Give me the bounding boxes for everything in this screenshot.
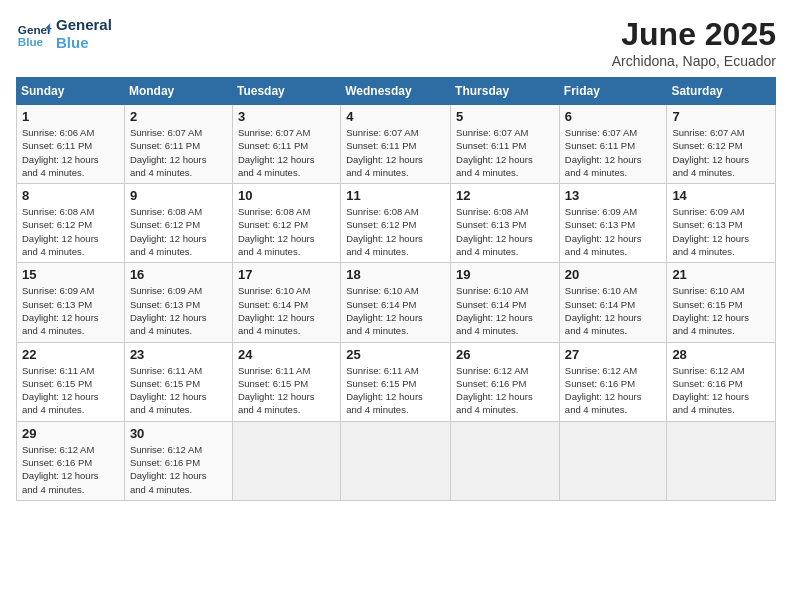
calendar-cell: 22Sunrise: 6:11 AMSunset: 6:15 PMDayligh…: [17, 342, 125, 421]
calendar-cell: [341, 421, 451, 500]
calendar-week-4: 22Sunrise: 6:11 AMSunset: 6:15 PMDayligh…: [17, 342, 776, 421]
day-number: 20: [565, 267, 662, 282]
day-number: 30: [130, 426, 227, 441]
calendar-cell: 27Sunrise: 6:12 AMSunset: 6:16 PMDayligh…: [559, 342, 667, 421]
calendar-cell: 29Sunrise: 6:12 AMSunset: 6:16 PMDayligh…: [17, 421, 125, 500]
day-info: Sunrise: 6:07 AMSunset: 6:11 PMDaylight:…: [565, 126, 662, 179]
day-info: Sunrise: 6:06 AMSunset: 6:11 PMDaylight:…: [22, 126, 119, 179]
calendar-header-wednesday: Wednesday: [341, 78, 451, 105]
day-number: 23: [130, 347, 227, 362]
day-number: 6: [565, 109, 662, 124]
day-info: Sunrise: 6:07 AMSunset: 6:12 PMDaylight:…: [672, 126, 770, 179]
day-number: 14: [672, 188, 770, 203]
day-info: Sunrise: 6:10 AMSunset: 6:14 PMDaylight:…: [456, 284, 554, 337]
day-number: 26: [456, 347, 554, 362]
calendar-cell: 12Sunrise: 6:08 AMSunset: 6:13 PMDayligh…: [451, 184, 560, 263]
day-info: Sunrise: 6:12 AMSunset: 6:16 PMDaylight:…: [22, 443, 119, 496]
calendar-cell: [667, 421, 776, 500]
calendar-cell: 23Sunrise: 6:11 AMSunset: 6:15 PMDayligh…: [124, 342, 232, 421]
day-number: 24: [238, 347, 335, 362]
logo-blue: Blue: [56, 34, 112, 52]
day-info: Sunrise: 6:07 AMSunset: 6:11 PMDaylight:…: [130, 126, 227, 179]
calendar-header-sunday: Sunday: [17, 78, 125, 105]
calendar-cell: 20Sunrise: 6:10 AMSunset: 6:14 PMDayligh…: [559, 263, 667, 342]
svg-text:Blue: Blue: [18, 35, 44, 48]
day-info: Sunrise: 6:09 AMSunset: 6:13 PMDaylight:…: [130, 284, 227, 337]
calendar-cell: 18Sunrise: 6:10 AMSunset: 6:14 PMDayligh…: [341, 263, 451, 342]
calendar-cell: 28Sunrise: 6:12 AMSunset: 6:16 PMDayligh…: [667, 342, 776, 421]
day-number: 29: [22, 426, 119, 441]
calendar: SundayMondayTuesdayWednesdayThursdayFrid…: [16, 77, 776, 501]
day-number: 8: [22, 188, 119, 203]
calendar-week-2: 8Sunrise: 6:08 AMSunset: 6:12 PMDaylight…: [17, 184, 776, 263]
calendar-cell: 8Sunrise: 6:08 AMSunset: 6:12 PMDaylight…: [17, 184, 125, 263]
calendar-cell: 3Sunrise: 6:07 AMSunset: 6:11 PMDaylight…: [232, 105, 340, 184]
calendar-cell: 21Sunrise: 6:10 AMSunset: 6:15 PMDayligh…: [667, 263, 776, 342]
day-info: Sunrise: 6:08 AMSunset: 6:12 PMDaylight:…: [22, 205, 119, 258]
calendar-header-tuesday: Tuesday: [232, 78, 340, 105]
day-number: 25: [346, 347, 445, 362]
logo-icon: General Blue: [16, 16, 52, 52]
day-number: 28: [672, 347, 770, 362]
calendar-cell: 6Sunrise: 6:07 AMSunset: 6:11 PMDaylight…: [559, 105, 667, 184]
day-info: Sunrise: 6:10 AMSunset: 6:15 PMDaylight:…: [672, 284, 770, 337]
calendar-cell: 24Sunrise: 6:11 AMSunset: 6:15 PMDayligh…: [232, 342, 340, 421]
month-title: June 2025: [612, 16, 776, 53]
calendar-header-row: SundayMondayTuesdayWednesdayThursdayFrid…: [17, 78, 776, 105]
day-info: Sunrise: 6:07 AMSunset: 6:11 PMDaylight:…: [238, 126, 335, 179]
day-number: 5: [456, 109, 554, 124]
calendar-week-1: 1Sunrise: 6:06 AMSunset: 6:11 PMDaylight…: [17, 105, 776, 184]
day-info: Sunrise: 6:09 AMSunset: 6:13 PMDaylight:…: [22, 284, 119, 337]
day-number: 15: [22, 267, 119, 282]
calendar-header-friday: Friday: [559, 78, 667, 105]
location: Archidona, Napo, Ecuador: [612, 53, 776, 69]
calendar-cell: 15Sunrise: 6:09 AMSunset: 6:13 PMDayligh…: [17, 263, 125, 342]
calendar-cell: [232, 421, 340, 500]
day-info: Sunrise: 6:09 AMSunset: 6:13 PMDaylight:…: [565, 205, 662, 258]
calendar-cell: 19Sunrise: 6:10 AMSunset: 6:14 PMDayligh…: [451, 263, 560, 342]
calendar-cell: [451, 421, 560, 500]
day-number: 16: [130, 267, 227, 282]
calendar-cell: 30Sunrise: 6:12 AMSunset: 6:16 PMDayligh…: [124, 421, 232, 500]
calendar-cell: 13Sunrise: 6:09 AMSunset: 6:13 PMDayligh…: [559, 184, 667, 263]
header: General Blue General Blue June 2025 Arch…: [16, 16, 776, 69]
day-info: Sunrise: 6:07 AMSunset: 6:11 PMDaylight:…: [346, 126, 445, 179]
calendar-cell: [559, 421, 667, 500]
calendar-cell: 5Sunrise: 6:07 AMSunset: 6:11 PMDaylight…: [451, 105, 560, 184]
day-number: 4: [346, 109, 445, 124]
day-info: Sunrise: 6:10 AMSunset: 6:14 PMDaylight:…: [565, 284, 662, 337]
calendar-cell: 2Sunrise: 6:07 AMSunset: 6:11 PMDaylight…: [124, 105, 232, 184]
day-number: 3: [238, 109, 335, 124]
calendar-cell: 14Sunrise: 6:09 AMSunset: 6:13 PMDayligh…: [667, 184, 776, 263]
calendar-body: 1Sunrise: 6:06 AMSunset: 6:11 PMDaylight…: [17, 105, 776, 501]
day-number: 9: [130, 188, 227, 203]
logo-general: General: [56, 16, 112, 34]
day-info: Sunrise: 6:12 AMSunset: 6:16 PMDaylight:…: [456, 364, 554, 417]
day-info: Sunrise: 6:11 AMSunset: 6:15 PMDaylight:…: [238, 364, 335, 417]
day-info: Sunrise: 6:11 AMSunset: 6:15 PMDaylight:…: [22, 364, 119, 417]
calendar-cell: 16Sunrise: 6:09 AMSunset: 6:13 PMDayligh…: [124, 263, 232, 342]
calendar-header-saturday: Saturday: [667, 78, 776, 105]
day-info: Sunrise: 6:09 AMSunset: 6:13 PMDaylight:…: [672, 205, 770, 258]
day-number: 13: [565, 188, 662, 203]
day-number: 19: [456, 267, 554, 282]
calendar-cell: 25Sunrise: 6:11 AMSunset: 6:15 PMDayligh…: [341, 342, 451, 421]
calendar-cell: 1Sunrise: 6:06 AMSunset: 6:11 PMDaylight…: [17, 105, 125, 184]
day-info: Sunrise: 6:11 AMSunset: 6:15 PMDaylight:…: [346, 364, 445, 417]
day-info: Sunrise: 6:08 AMSunset: 6:12 PMDaylight:…: [130, 205, 227, 258]
calendar-cell: 4Sunrise: 6:07 AMSunset: 6:11 PMDaylight…: [341, 105, 451, 184]
day-info: Sunrise: 6:10 AMSunset: 6:14 PMDaylight:…: [346, 284, 445, 337]
calendar-cell: 17Sunrise: 6:10 AMSunset: 6:14 PMDayligh…: [232, 263, 340, 342]
day-info: Sunrise: 6:08 AMSunset: 6:12 PMDaylight:…: [346, 205, 445, 258]
day-info: Sunrise: 6:07 AMSunset: 6:11 PMDaylight:…: [456, 126, 554, 179]
calendar-cell: 26Sunrise: 6:12 AMSunset: 6:16 PMDayligh…: [451, 342, 560, 421]
logo: General Blue General Blue: [16, 16, 112, 52]
day-number: 21: [672, 267, 770, 282]
day-info: Sunrise: 6:08 AMSunset: 6:13 PMDaylight:…: [456, 205, 554, 258]
calendar-cell: 10Sunrise: 6:08 AMSunset: 6:12 PMDayligh…: [232, 184, 340, 263]
day-number: 27: [565, 347, 662, 362]
day-number: 18: [346, 267, 445, 282]
day-number: 17: [238, 267, 335, 282]
day-number: 1: [22, 109, 119, 124]
day-number: 22: [22, 347, 119, 362]
